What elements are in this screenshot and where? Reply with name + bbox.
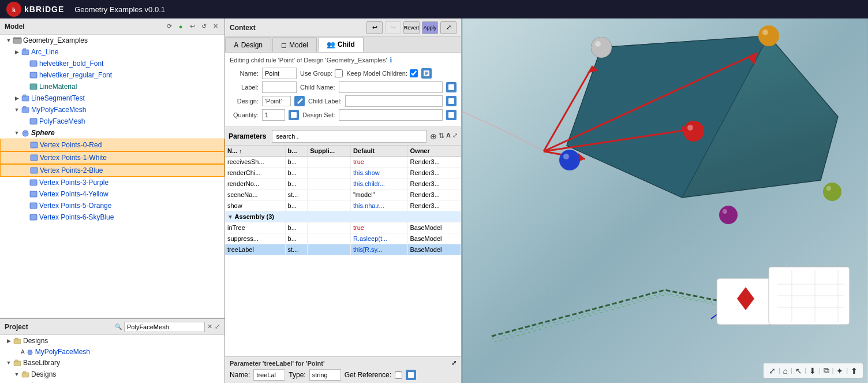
child-name-input[interactable] bbox=[339, 81, 443, 93]
design-set-input[interactable] bbox=[339, 109, 443, 121]
tree-item-vp0-red[interactable]: Vertex Points-0-Red bbox=[0, 139, 225, 151]
child-label-input[interactable] bbox=[345, 95, 443, 107]
tree-item-geometry-examples[interactable]: ▼ Geometry_Examples bbox=[0, 35, 225, 46]
child-name-btn[interactable] bbox=[446, 82, 457, 92]
project-search-input[interactable]: PolyFaceMesh bbox=[124, 322, 205, 332]
context-undo-btn[interactable]: ↩ bbox=[366, 21, 383, 34]
name-input[interactable] bbox=[262, 68, 297, 79]
viewport[interactable]: ⤢ | ⌂ | ↖ | ⬇ | ⧉ | ✦ | ⬆ bbox=[462, 18, 868, 383]
tree-arrow-geometry-examples[interactable]: ▼ bbox=[5, 38, 13, 43]
param-section-assembly[interactable]: ▼ Assembly (3) bbox=[225, 211, 461, 222]
param-row-renderchi[interactable]: renderChi... b... this.show Render3... bbox=[225, 168, 461, 179]
col-type[interactable]: b... bbox=[285, 146, 308, 157]
params-add-icon[interactable]: ⊕ bbox=[430, 132, 437, 141]
tree-item-mypolyfacemesh[interactable]: ▼ MyPolyFaceMesh bbox=[0, 104, 225, 116]
use-group-checkbox[interactable] bbox=[335, 69, 343, 77]
proj-tree-mypolyfacemesh[interactable]: A MyPolyFaceMesh bbox=[0, 347, 225, 357]
param-row-receivesh[interactable]: receivesSh... b... true Render3... bbox=[225, 157, 461, 168]
tree-icon-cube-blue3 bbox=[29, 117, 38, 126]
param-bottom-maximize[interactable]: ⤢ bbox=[451, 359, 457, 367]
tree-item-helvetiker-bold[interactable]: helvetiker_bold_Font bbox=[0, 58, 225, 69]
svg-rect-37 bbox=[448, 84, 454, 90]
model-close-icon[interactable]: ✕ bbox=[211, 22, 220, 31]
param-row-scenena[interactable]: sceneNa... st... "model" Render3... bbox=[225, 189, 461, 200]
tree-item-vp2-blue[interactable]: Vertex Points-2-Blue bbox=[0, 164, 225, 177]
tree-item-arc-line[interactable]: ▶ Arc_Line bbox=[0, 46, 225, 58]
tree-item-line-segment[interactable]: ▶ LineSegmentTest bbox=[0, 92, 225, 104]
name-docs-btn[interactable] bbox=[421, 68, 432, 79]
vp-select-btn[interactable]: ↖ bbox=[794, 365, 804, 377]
tree-item-sphere[interactable]: ▼ Sphere bbox=[0, 127, 225, 139]
params-search-input[interactable] bbox=[272, 130, 426, 143]
svg-rect-7 bbox=[30, 72, 37, 78]
child-label-btn[interactable] bbox=[446, 96, 457, 106]
col-name[interactable]: N... ↑ bbox=[225, 146, 285, 157]
context-revert-btn[interactable]: Revert bbox=[403, 21, 420, 34]
param-getref-checkbox[interactable] bbox=[395, 371, 402, 379]
design-edit-btn[interactable] bbox=[294, 96, 305, 106]
tree-item-polyfacemesh[interactable]: PolyFaceMesh bbox=[0, 116, 225, 127]
param-row-intree[interactable]: inTree b... true BaseModel bbox=[225, 222, 461, 233]
param-owner-renderchi: Render3... bbox=[407, 168, 461, 179]
proj-tree-designs[interactable]: ▶ Designs bbox=[0, 335, 225, 347]
param-row-treelabel[interactable]: treeLabel st... this[R.sy... BaseModel bbox=[225, 244, 461, 255]
vp-home-btn[interactable]: ⌂ bbox=[781, 365, 789, 377]
tree-item-helvetiker-regular[interactable]: helvetiker_regular_Font bbox=[0, 69, 225, 81]
vp-download-btn[interactable]: ⬇ bbox=[807, 365, 818, 377]
param-row-suppress[interactable]: suppress... b... R.asleep(t... BaseModel bbox=[225, 233, 461, 244]
model-sync-icon[interactable]: ⟳ bbox=[164, 22, 174, 31]
tree-item-vp6-skyblue[interactable]: Vertex Points-6-SkyBlue bbox=[0, 211, 225, 223]
tab-child[interactable]: 👥 Child bbox=[318, 37, 364, 52]
tab-design[interactable]: A Design bbox=[225, 37, 271, 52]
tree-item-vp5-orange[interactable]: Vertex Points-5-Orange bbox=[0, 200, 225, 211]
tree-label-helvetiker-bold: helvetiker_bold_Font bbox=[39, 60, 103, 68]
param-type-value-input[interactable] bbox=[309, 369, 341, 381]
tree-arrow-arc-line[interactable]: ▶ bbox=[13, 49, 21, 55]
vp-star-btn[interactable]: ✦ bbox=[835, 365, 845, 377]
tree-icon-cube-blue bbox=[29, 59, 38, 68]
params-az-icon[interactable]: A bbox=[446, 132, 451, 141]
tree-arrow-mypolyfacemesh[interactable]: ▼ bbox=[13, 107, 21, 113]
params-maximize-icon[interactable]: ⤢ bbox=[452, 132, 458, 141]
params-sort-icon[interactable]: ⇅ bbox=[439, 132, 444, 141]
logo-icon: k bbox=[6, 1, 22, 17]
param-getref-btn[interactable] bbox=[406, 370, 416, 380]
tree-item-vp4-yellow[interactable]: Vertex Points-4-Yellow bbox=[0, 188, 225, 200]
vp-copy-btn[interactable]: ⧉ bbox=[822, 365, 831, 377]
param-row-renderno[interactable]: renderNo... b... this.childr... Render3.… bbox=[225, 179, 461, 189]
param-bottom: Parameter 'treeLabel' for 'Point' ⤢ Name… bbox=[225, 356, 461, 383]
topbar: k kBRiDGE Geometry Examples v0.0.1 bbox=[0, 0, 868, 18]
quantity-btn[interactable] bbox=[289, 110, 299, 120]
context-redo-btn[interactable]: ↪ bbox=[385, 21, 401, 34]
tree-item-vp1-white[interactable]: Vertex Points-1-White bbox=[0, 151, 225, 164]
proj-tree-designs2[interactable]: ▼ Designs bbox=[0, 369, 225, 380]
proj-tree-geometry[interactable]: ▶ Geometry bbox=[0, 380, 225, 383]
col-owner[interactable]: Owner bbox=[407, 146, 461, 157]
vp-expand-btn[interactable]: ⤢ bbox=[767, 365, 777, 377]
context-apply-btn[interactable]: Apply bbox=[422, 21, 438, 34]
label-input[interactable] bbox=[262, 81, 297, 93]
model-circle-icon[interactable]: ● bbox=[176, 22, 185, 31]
quantity-input[interactable] bbox=[262, 109, 285, 121]
tree-arrow-sphere[interactable]: ▼ bbox=[13, 130, 21, 136]
context-maximize-btn[interactable]: ⤢ bbox=[440, 21, 457, 34]
param-name-value-input[interactable] bbox=[253, 369, 285, 381]
design-set-btn[interactable] bbox=[446, 110, 457, 120]
vp-upload-btn[interactable]: ⬆ bbox=[849, 365, 859, 377]
tree-arrow-line-segment[interactable]: ▶ bbox=[13, 95, 21, 101]
keep-model-checkbox[interactable] bbox=[410, 69, 418, 77]
project-search-clear[interactable]: ✕ bbox=[207, 323, 212, 330]
col-default[interactable]: Default bbox=[350, 146, 407, 157]
proj-tree-baselibrary[interactable]: ▼ BaseLibrary bbox=[0, 357, 225, 369]
col-suppli[interactable]: Suppli... bbox=[308, 146, 351, 157]
tree-item-line-material[interactable]: LineMaterial bbox=[0, 81, 225, 92]
editing-info-icon[interactable]: ℹ bbox=[390, 56, 392, 64]
model-undo-icon[interactable]: ↩ bbox=[188, 22, 197, 31]
tab-model[interactable]: ◻ Model bbox=[272, 37, 317, 52]
param-row-show[interactable]: show b... this.nha.r... Render3... bbox=[225, 200, 461, 211]
label-label: Label: bbox=[230, 84, 259, 91]
model-refresh-icon[interactable]: ↺ bbox=[199, 22, 208, 31]
tree-item-vp3-purple[interactable]: Vertex Points-3-Purple bbox=[0, 177, 225, 188]
project-maximize-icon[interactable]: ⤢ bbox=[215, 323, 220, 330]
project-tree: ▶ Designs A MyPolyFaceMesh bbox=[0, 335, 225, 383]
